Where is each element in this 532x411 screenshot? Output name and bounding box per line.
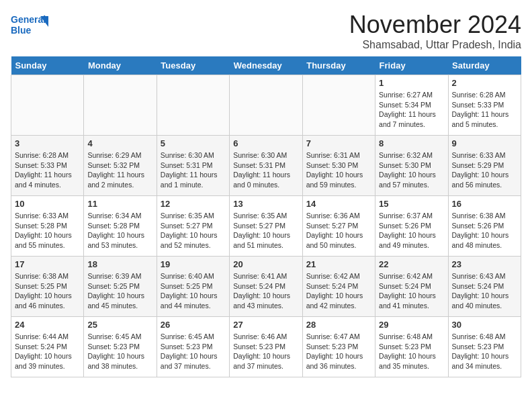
day-info: Sunrise: 6:33 AM Sunset: 5:29 PM Dayligh… bbox=[452, 150, 517, 190]
calendar-row-0: 1Sunrise: 6:27 AM Sunset: 5:34 PM Daylig… bbox=[11, 75, 521, 136]
day-number: 4 bbox=[87, 138, 152, 148]
calendar-cell: 14Sunrise: 6:36 AM Sunset: 5:27 PM Dayli… bbox=[302, 196, 375, 257]
calendar-cell: 29Sunrise: 6:48 AM Sunset: 5:23 PM Dayli… bbox=[375, 317, 448, 377]
day-info: Sunrise: 6:47 AM Sunset: 5:23 PM Dayligh… bbox=[306, 332, 371, 371]
calendar-cell: 22Sunrise: 6:42 AM Sunset: 5:24 PM Dayli… bbox=[375, 257, 448, 317]
day-info: Sunrise: 6:35 AM Sunset: 5:27 PM Dayligh… bbox=[233, 211, 298, 250]
day-number: 13 bbox=[233, 199, 298, 209]
day-number: 2 bbox=[452, 78, 517, 88]
day-number: 10 bbox=[15, 199, 80, 209]
calendar-cell: 20Sunrise: 6:41 AM Sunset: 5:24 PM Dayli… bbox=[230, 257, 302, 317]
weekday-header-saturday: Saturday bbox=[448, 56, 521, 75]
day-info: Sunrise: 6:42 AM Sunset: 5:24 PM Dayligh… bbox=[306, 271, 371, 311]
day-info: Sunrise: 6:35 AM Sunset: 5:27 PM Dayligh… bbox=[161, 211, 226, 250]
day-info: Sunrise: 6:27 AM Sunset: 5:34 PM Dayligh… bbox=[379, 90, 444, 130]
day-number: 1 bbox=[379, 78, 444, 88]
calendar-cell: 28Sunrise: 6:47 AM Sunset: 5:23 PM Dayli… bbox=[302, 317, 375, 377]
day-number: 15 bbox=[379, 199, 444, 209]
calendar-cell bbox=[230, 75, 302, 136]
day-info: Sunrise: 6:48 AM Sunset: 5:23 PM Dayligh… bbox=[452, 332, 517, 371]
calendar-cell: 9Sunrise: 6:33 AM Sunset: 5:29 PM Daylig… bbox=[448, 136, 521, 196]
calendar-cell: 21Sunrise: 6:42 AM Sunset: 5:24 PM Dayli… bbox=[302, 257, 375, 317]
calendar-cell: 27Sunrise: 6:46 AM Sunset: 5:23 PM Dayli… bbox=[230, 317, 302, 377]
day-info: Sunrise: 6:41 AM Sunset: 5:24 PM Dayligh… bbox=[233, 271, 298, 311]
day-info: Sunrise: 6:31 AM Sunset: 5:30 PM Dayligh… bbox=[306, 150, 371, 190]
calendar-cell bbox=[302, 75, 375, 136]
day-info: Sunrise: 6:43 AM Sunset: 5:24 PM Dayligh… bbox=[452, 271, 517, 311]
day-info: Sunrise: 6:29 AM Sunset: 5:32 PM Dayligh… bbox=[87, 150, 152, 190]
day-number: 21 bbox=[306, 259, 371, 269]
calendar-cell: 16Sunrise: 6:38 AM Sunset: 5:26 PM Dayli… bbox=[448, 196, 521, 257]
calendar-cell: 4Sunrise: 6:29 AM Sunset: 5:32 PM Daylig… bbox=[84, 136, 157, 196]
title-block: November 2024 Shamsabad, Uttar Pradesh, … bbox=[349, 11, 521, 51]
day-number: 23 bbox=[452, 259, 517, 269]
day-info: Sunrise: 6:45 AM Sunset: 5:23 PM Dayligh… bbox=[161, 332, 226, 371]
day-info: Sunrise: 6:38 AM Sunset: 5:25 PM Dayligh… bbox=[15, 271, 80, 311]
day-info: Sunrise: 6:28 AM Sunset: 5:33 PM Dayligh… bbox=[452, 90, 517, 130]
calendar-cell: 26Sunrise: 6:45 AM Sunset: 5:23 PM Dayli… bbox=[157, 317, 229, 377]
page-header: GeneralBlue November 2024 Shamsabad, Utt… bbox=[11, 11, 521, 51]
day-number: 6 bbox=[233, 138, 298, 148]
location-title: Shamsabad, Uttar Pradesh, India bbox=[349, 39, 521, 51]
weekday-header-wednesday: Wednesday bbox=[230, 56, 302, 75]
day-number: 29 bbox=[379, 320, 444, 330]
day-number: 7 bbox=[306, 138, 371, 148]
day-info: Sunrise: 6:38 AM Sunset: 5:26 PM Dayligh… bbox=[452, 211, 517, 250]
day-number: 20 bbox=[233, 259, 298, 269]
calendar-cell: 24Sunrise: 6:44 AM Sunset: 5:24 PM Dayli… bbox=[11, 317, 84, 377]
weekday-header-monday: Monday bbox=[84, 56, 157, 75]
day-number: 8 bbox=[379, 138, 444, 148]
calendar-cell: 17Sunrise: 6:38 AM Sunset: 5:25 PM Dayli… bbox=[11, 257, 84, 317]
day-number: 22 bbox=[379, 259, 444, 269]
calendar-cell bbox=[84, 75, 157, 136]
calendar-row-4: 24Sunrise: 6:44 AM Sunset: 5:24 PM Dayli… bbox=[11, 317, 521, 377]
calendar-row-3: 17Sunrise: 6:38 AM Sunset: 5:25 PM Dayli… bbox=[11, 257, 521, 317]
calendar-cell: 15Sunrise: 6:37 AM Sunset: 5:26 PM Dayli… bbox=[375, 196, 448, 257]
day-info: Sunrise: 6:39 AM Sunset: 5:25 PM Dayligh… bbox=[87, 271, 152, 311]
calendar-cell: 11Sunrise: 6:34 AM Sunset: 5:28 PM Dayli… bbox=[84, 196, 157, 257]
day-number: 26 bbox=[161, 320, 226, 330]
weekday-header-row: SundayMondayTuesdayWednesdayThursdayFrid… bbox=[11, 56, 521, 75]
month-title: November 2024 bbox=[349, 11, 521, 39]
day-number: 14 bbox=[306, 199, 371, 209]
calendar-cell: 23Sunrise: 6:43 AM Sunset: 5:24 PM Dayli… bbox=[448, 257, 521, 317]
day-number: 5 bbox=[161, 138, 226, 148]
calendar-cell: 1Sunrise: 6:27 AM Sunset: 5:34 PM Daylig… bbox=[375, 75, 448, 136]
day-number: 19 bbox=[161, 259, 226, 269]
calendar-cell: 8Sunrise: 6:32 AM Sunset: 5:30 PM Daylig… bbox=[375, 136, 448, 196]
day-number: 27 bbox=[233, 320, 298, 330]
day-number: 17 bbox=[15, 259, 80, 269]
day-info: Sunrise: 6:32 AM Sunset: 5:30 PM Dayligh… bbox=[379, 150, 444, 190]
calendar-header: SundayMondayTuesdayWednesdayThursdayFrid… bbox=[11, 56, 521, 75]
day-number: 11 bbox=[87, 199, 152, 209]
day-info: Sunrise: 6:36 AM Sunset: 5:27 PM Dayligh… bbox=[306, 211, 371, 250]
day-info: Sunrise: 6:34 AM Sunset: 5:28 PM Dayligh… bbox=[87, 211, 152, 250]
weekday-header-tuesday: Tuesday bbox=[157, 56, 229, 75]
day-number: 16 bbox=[452, 199, 517, 209]
day-number: 3 bbox=[15, 138, 80, 148]
day-number: 25 bbox=[87, 320, 152, 330]
day-info: Sunrise: 6:30 AM Sunset: 5:31 PM Dayligh… bbox=[233, 150, 298, 190]
day-number: 9 bbox=[452, 138, 517, 148]
day-info: Sunrise: 6:46 AM Sunset: 5:23 PM Dayligh… bbox=[233, 332, 298, 371]
day-number: 28 bbox=[306, 320, 371, 330]
svg-text:General: General bbox=[11, 14, 46, 25]
calendar-row-2: 10Sunrise: 6:33 AM Sunset: 5:28 PM Dayli… bbox=[11, 196, 521, 257]
calendar-table: SundayMondayTuesdayWednesdayThursdayFrid… bbox=[11, 56, 521, 377]
day-info: Sunrise: 6:33 AM Sunset: 5:28 PM Dayligh… bbox=[15, 211, 80, 250]
day-info: Sunrise: 6:40 AM Sunset: 5:25 PM Dayligh… bbox=[161, 271, 226, 311]
calendar-cell: 12Sunrise: 6:35 AM Sunset: 5:27 PM Dayli… bbox=[157, 196, 229, 257]
day-info: Sunrise: 6:42 AM Sunset: 5:24 PM Dayligh… bbox=[379, 271, 444, 311]
calendar-cell: 18Sunrise: 6:39 AM Sunset: 5:25 PM Dayli… bbox=[84, 257, 157, 317]
weekday-header-sunday: Sunday bbox=[11, 56, 84, 75]
day-info: Sunrise: 6:37 AM Sunset: 5:26 PM Dayligh… bbox=[379, 211, 444, 250]
calendar-cell: 13Sunrise: 6:35 AM Sunset: 5:27 PM Dayli… bbox=[230, 196, 302, 257]
calendar-cell: 10Sunrise: 6:33 AM Sunset: 5:28 PM Dayli… bbox=[11, 196, 84, 257]
day-info: Sunrise: 6:30 AM Sunset: 5:31 PM Dayligh… bbox=[161, 150, 226, 190]
calendar-body: 1Sunrise: 6:27 AM Sunset: 5:34 PM Daylig… bbox=[11, 75, 521, 377]
logo: GeneralBlue bbox=[11, 11, 51, 40]
calendar-cell: 6Sunrise: 6:30 AM Sunset: 5:31 PM Daylig… bbox=[230, 136, 302, 196]
day-info: Sunrise: 6:48 AM Sunset: 5:23 PM Dayligh… bbox=[379, 332, 444, 371]
day-number: 30 bbox=[452, 320, 517, 330]
calendar-row-1: 3Sunrise: 6:28 AM Sunset: 5:33 PM Daylig… bbox=[11, 136, 521, 196]
